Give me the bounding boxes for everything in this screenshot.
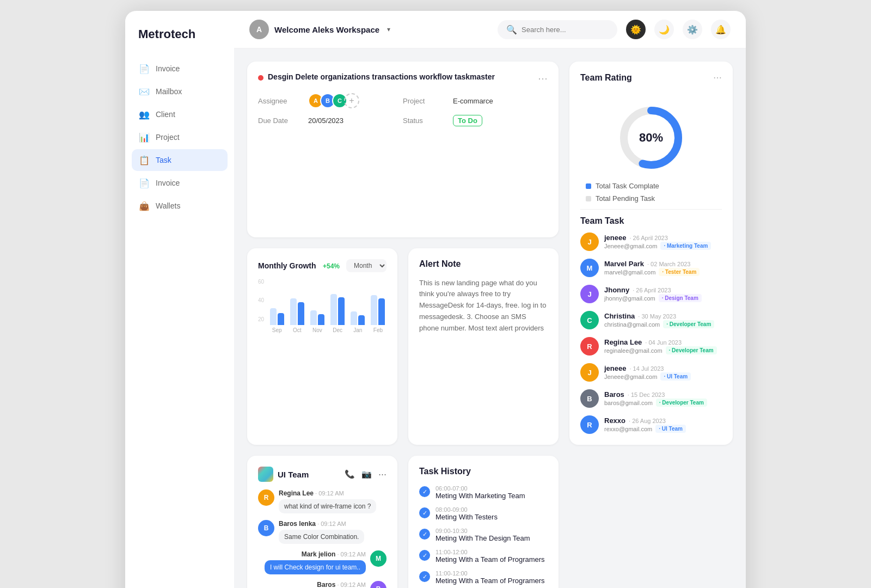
bar-group: Sep — [268, 281, 285, 333]
month-select[interactable]: Month Week Year — [346, 259, 387, 272]
invoice2-icon: 📄 — [139, 178, 149, 188]
chevron-down-icon[interactable]: ▾ — [387, 26, 390, 33]
search-bar[interactable]: 🔍 — [498, 20, 617, 39]
team-member-info: Regina Lee· 04 Jun 2023reginalee@gmail.c… — [604, 338, 722, 354]
task-info: 11:00-12:00Meting With a Team of Program… — [436, 549, 545, 564]
task-history-item: ✓08:00-09:00Meting With Testers — [419, 506, 548, 521]
team-task-section: Team Task Jjeneee· 26 April 2023Jeneee@g… — [580, 216, 722, 434]
message-content: Regina Lee · 09:12 AMwhat kind of wire-f… — [279, 489, 376, 513]
assignee-avatars: A B C + — [308, 93, 359, 108]
message-row: RRegina Lee · 09:12 AMwhat kind of wire-… — [258, 489, 387, 513]
member-email: marvel@gmail.com — [604, 269, 655, 275]
project-label: Project — [403, 97, 446, 105]
bar-light — [371, 295, 377, 324]
bar-pair — [330, 281, 345, 325]
bar-pair — [290, 281, 304, 325]
mailbox-icon: ✉️ — [139, 87, 149, 96]
message-bubble: Same Color Combination. — [279, 530, 364, 544]
theme-sun-button[interactable]: 🌞 — [626, 20, 646, 39]
email-row: christina@gmail.com· Developer Team — [604, 320, 722, 328]
task-name: Meting With Testers — [436, 513, 498, 521]
message-sender: Baros lenka — [279, 520, 316, 528]
member-tag: · Tester Team — [659, 268, 700, 276]
sidebar: Metrotech 📄 Invoice ✉️ Mailbox 👥 Client … — [125, 11, 234, 588]
task-name: Meting With Marketing Team — [436, 492, 525, 500]
member-name: Rexxo — [604, 416, 625, 425]
team-member-avatar: R — [580, 337, 599, 356]
bar-pair — [351, 281, 365, 325]
member-tag: · Marketing Team — [660, 242, 711, 250]
phone-icon[interactable]: 📞 — [345, 469, 355, 479]
sidebar-item-invoice1[interactable]: 📄 Invoice — [132, 58, 228, 79]
video-icon[interactable]: 📷 — [361, 469, 372, 479]
chat-header: UI Team 📞 📷 ⋯ — [258, 467, 387, 482]
assignee-label: Assignee — [258, 97, 302, 105]
legend: Total Task Complate Total Pending Task — [580, 182, 722, 203]
sidebar-item-wallets[interactable]: 👜 Wallets — [132, 195, 228, 217]
member-name: jeneee — [604, 364, 626, 372]
task-history-list: ✓06:00-07:00Meting With Marketing Team✓0… — [419, 485, 548, 588]
alert-note-card: Alert Note This is new landing page what… — [408, 248, 559, 445]
team-task-item: Jjeneee· 26 April 2023Jeneee@gmail.com· … — [580, 232, 722, 251]
ui-team-icon — [258, 467, 273, 482]
header-right: 🔍 🌞 🌙 ⚙️ 🔔 — [498, 20, 731, 39]
task-history-item: ✓06:00-07:00Meting With Marketing Team — [419, 485, 548, 500]
name-row: Regina Lee· 04 Jun 2023 — [604, 338, 722, 346]
add-assignee-button[interactable]: + — [344, 93, 359, 108]
team-task-item: MMarvel Park· 02 March 2023marvel@gmail.… — [580, 259, 722, 277]
team-member-avatar: M — [580, 259, 599, 277]
search-input[interactable] — [522, 26, 609, 34]
member-email: reginalee@gmail.com — [604, 347, 663, 354]
team-member-info: Baros· 15 Dec 2023baros@gmail.com· Devel… — [604, 390, 722, 407]
sidebar-item-project[interactable]: 📊 Project — [132, 126, 228, 148]
bar-group: Feb — [370, 281, 387, 333]
name-row: jeneee· 14 Jul 2023 — [604, 364, 722, 372]
welcome-text: Welcome Aleks Workspace — [274, 25, 379, 34]
member-tag: · UI Team — [660, 372, 691, 381]
main-area: A Welcome Aleks Workspace ▾ 🔍 🌞 🌙 ⚙️ 🔔 — [234, 11, 746, 588]
message-bubble: I will Check design for ui team.. — [265, 560, 366, 574]
team-task-item: CChristina· 30 May 2023christina@gmail.c… — [580, 311, 722, 329]
task-icon: 📋 — [139, 155, 149, 165]
team-rating-more-icon[interactable]: ⋯ — [713, 72, 722, 83]
check-icon: ✓ — [419, 571, 430, 582]
project-value: E-commarce — [453, 97, 493, 105]
sidebar-label-client: Client — [156, 110, 175, 119]
notifications-button[interactable]: 🔔 — [711, 20, 731, 39]
task-info: 11:00-12:00Meting With a Team of Program… — [436, 570, 545, 585]
alert-note-title: Alert Note — [419, 259, 461, 269]
growth-header: Monthly Growth +54% Month Week Year — [258, 259, 387, 272]
header: A Welcome Aleks Workspace ▾ 🔍 🌞 🌙 ⚙️ 🔔 — [234, 11, 746, 48]
bottom-row: UI Team 📞 📷 ⋯ RRegina Lee · 09:12 AMwhat… — [247, 456, 559, 588]
status-label: Status — [403, 117, 446, 125]
team-task-item: Jjeneee· 14 Jul 2023Jeneee@gmail.com· UI… — [580, 363, 722, 382]
team-member-info: Rexxo· 26 Aug 2023rexxo@gmail.com· UI Te… — [604, 416, 722, 433]
message-sender: Baros — [317, 581, 335, 588]
client-icon: 👥 — [139, 109, 149, 119]
settings-button[interactable]: ⚙️ — [683, 20, 702, 39]
sidebar-item-mailbox[interactable]: ✉️ Mailbox — [132, 81, 228, 102]
task-history-card: Task History ✓06:00-07:00Meting With Mar… — [408, 456, 559, 588]
task-history-title: Task History — [419, 467, 471, 476]
bar-light — [290, 298, 297, 324]
team-rating-header: Team Rating ⋯ — [580, 72, 722, 83]
email-row: baros@gmail.com· Developer Team — [604, 399, 722, 407]
bar-label: Nov — [312, 327, 322, 333]
legend-complete: Total Task Complate — [586, 182, 716, 190]
sidebar-item-client[interactable]: 👥 Client — [132, 103, 228, 125]
message-avatar: M — [370, 550, 387, 567]
theme-moon-button[interactable]: 🌙 — [654, 20, 674, 39]
sidebar-label-task: Task — [156, 156, 171, 164]
donut-label: 80% — [639, 131, 663, 145]
member-name: jeneee — [604, 234, 626, 242]
bar-label: Jan — [353, 327, 362, 333]
sidebar-item-invoice2[interactable]: 📄 Invoice — [132, 172, 228, 194]
search-icon: 🔍 — [506, 24, 517, 35]
team-member-info: jeneee· 14 Jul 2023Jeneee@gmail.com· UI … — [604, 364, 722, 381]
member-date: · 26 April 2023 — [629, 235, 667, 241]
sidebar-nav: 📄 Invoice ✉️ Mailbox 👥 Client 📊 Project … — [125, 58, 234, 588]
sidebar-item-task[interactable]: 📋 Task — [132, 149, 228, 171]
task-more-icon[interactable]: ⋯ — [538, 72, 548, 84]
legend-label-pending: Total Pending Task — [596, 194, 655, 203]
chat-more-icon[interactable]: ⋯ — [378, 469, 387, 479]
